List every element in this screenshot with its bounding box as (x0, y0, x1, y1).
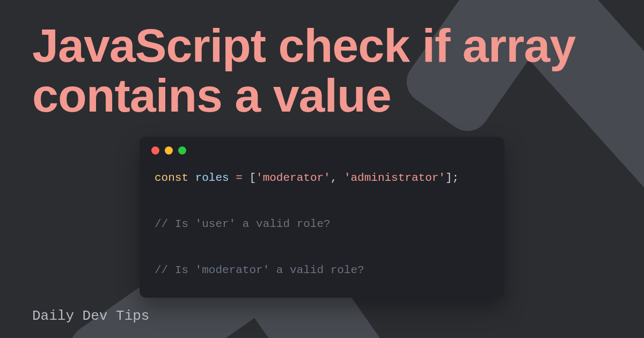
code-token-punct: [ (249, 172, 256, 184)
code-block: const roles = ['moderator', 'administrat… (140, 155, 504, 284)
code-token-operator: = (229, 172, 250, 184)
code-token-keyword: const (155, 172, 188, 184)
traffic-light-zoom-icon (178, 146, 186, 155)
code-token-string: 'administrator' (344, 172, 445, 184)
code-token-comment: // Is 'user' a valid role? (155, 218, 331, 230)
window-traffic-lights (140, 137, 504, 155)
code-token-string: 'moderator' (256, 172, 331, 184)
code-token-identifier: roles (195, 172, 229, 184)
page-title: JavaScript check if array contains a val… (32, 20, 612, 121)
code-window: const roles = ['moderator', 'administrat… (140, 137, 504, 298)
code-token-punct: ]; (445, 172, 459, 184)
traffic-light-minimize-icon (165, 146, 173, 155)
traffic-light-close-icon (151, 146, 159, 155)
code-token-comment: // Is 'moderator' a valid role? (155, 264, 364, 276)
code-token-punct: , (331, 172, 344, 184)
site-name: Daily Dev Tips (32, 308, 149, 324)
content-wrapper: JavaScript check if array contains a val… (0, 0, 644, 338)
